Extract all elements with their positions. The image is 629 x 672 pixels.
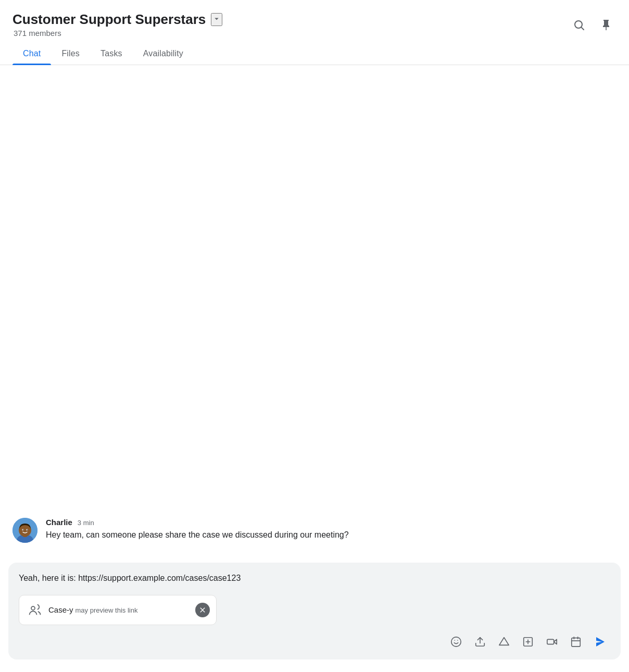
svg-point-8 [23,530,24,531]
compose-toolbar [19,631,610,652]
header-left: Customer Support Superstars 371 members [12,11,222,38]
link-preview-sub: may preview this link [76,606,138,614]
group-title-row: Customer Support Superstars [12,11,222,28]
send-icon [594,636,606,648]
message-time: 3 min [78,519,94,527]
tab-availability[interactable]: Availability [133,43,194,65]
send-button[interactable] [589,631,610,652]
link-preview: Case-ymay preview this link [19,595,217,625]
create-note-button[interactable] [518,631,538,652]
chat-area: Charlie 3 min Hey team, can someone plea… [0,65,629,563]
close-icon [198,606,207,614]
svg-point-10 [31,606,35,610]
upload-button[interactable] [470,631,490,652]
svg-marker-19 [554,639,557,644]
message-content: Charlie 3 min Hey team, can someone plea… [46,518,349,541]
group-dropdown-button[interactable] [211,13,222,26]
drive-button[interactable] [494,631,514,652]
group-name: Customer Support Superstars [12,11,206,28]
compose-box: Yeah, here it is: https://support.exampl… [8,563,621,659]
avatar [12,518,37,543]
note-icon [522,636,534,648]
member-count: 371 members [14,29,222,38]
pin-icon [600,19,612,31]
avatar-image [12,518,37,543]
emoji-icon [450,636,462,648]
video-icon [546,636,558,648]
calendar-button[interactable] [565,631,586,652]
drive-icon [498,636,510,648]
message-meta: Charlie 3 min [46,518,349,527]
message-row: Charlie 3 min Hey team, can someone plea… [12,518,617,543]
emoji-button[interactable] [446,631,467,652]
tab-chat[interactable]: Chat [12,43,51,65]
tabs-bar: Chat Files Tasks Availability [0,43,629,65]
video-button[interactable] [542,631,562,652]
search-icon [573,19,585,31]
search-button[interactable] [569,15,589,35]
link-preview-icon [28,603,42,617]
link-preview-close-button[interactable] [195,603,210,617]
svg-line-1 [582,28,584,30]
svg-point-11 [451,637,461,646]
pin-button[interactable] [596,15,617,35]
link-preview-name: Case-y [48,605,73,614]
header-actions [569,11,617,35]
header: Customer Support Superstars 371 members [0,0,629,38]
compose-input[interactable]: Yeah, here it is: https://support.exampl… [19,572,610,587]
compose-wrapper: Yeah, here it is: https://support.exampl… [0,563,629,672]
link-preview-text-group: Case-ymay preview this link [48,605,137,615]
calendar-icon [570,636,582,648]
message-text: Hey team, can someone please share the c… [46,529,349,541]
tab-tasks[interactable]: Tasks [90,43,133,65]
tab-files[interactable]: Files [51,43,90,65]
sender-name: Charlie [46,518,72,527]
svg-marker-24 [596,637,605,646]
svg-rect-20 [572,638,581,647]
svg-point-9 [27,530,28,531]
svg-point-0 [575,21,582,28]
upload-icon [474,636,486,648]
svg-rect-18 [547,639,554,644]
